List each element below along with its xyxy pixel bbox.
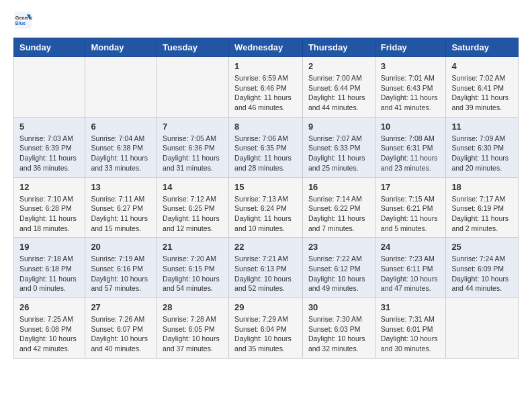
weekday-header: Wednesday (229, 38, 303, 57)
day-info: Sunrise: 7:23 AM Sunset: 6:11 PM Dayligh… (381, 254, 441, 293)
calendar-cell: 30Sunrise: 7:30 AM Sunset: 6:03 PM Dayli… (302, 298, 375, 359)
logo-icon: General Blue (13, 11, 32, 30)
calendar-cell: 3Sunrise: 7:01 AM Sunset: 6:43 PM Daylig… (375, 57, 446, 118)
day-number: 17 (381, 182, 441, 192)
calendar-cell: 21Sunrise: 7:20 AM Sunset: 6:15 PM Dayli… (157, 238, 229, 298)
day-number: 26 (19, 302, 79, 312)
day-info: Sunrise: 7:08 AM Sunset: 6:31 PM Dayligh… (381, 134, 441, 173)
day-info: Sunrise: 7:03 AM Sunset: 6:39 PM Dayligh… (19, 134, 79, 173)
day-number: 22 (234, 242, 297, 252)
day-info: Sunrise: 7:05 AM Sunset: 6:36 PM Dayligh… (163, 134, 223, 173)
calendar-cell (157, 57, 229, 118)
day-info: Sunrise: 7:15 AM Sunset: 6:21 PM Dayligh… (381, 194, 441, 234)
day-info: Sunrise: 7:11 AM Sunset: 6:27 PM Dayligh… (91, 194, 151, 234)
day-number: 23 (308, 242, 369, 252)
calendar-cell: 1Sunrise: 6:59 AM Sunset: 6:46 PM Daylig… (229, 57, 303, 118)
calendar-cell: 15Sunrise: 7:13 AM Sunset: 6:24 PM Dayli… (229, 177, 303, 238)
day-info: Sunrise: 7:07 AM Sunset: 6:33 PM Dayligh… (308, 134, 369, 173)
calendar-week-row: 1Sunrise: 6:59 AM Sunset: 6:46 PM Daylig… (14, 57, 519, 118)
day-info: Sunrise: 7:31 AM Sunset: 6:01 PM Dayligh… (381, 314, 441, 354)
calendar-cell: 23Sunrise: 7:22 AM Sunset: 6:12 PM Dayli… (302, 238, 375, 298)
calendar-cell: 8Sunrise: 7:06 AM Sunset: 6:35 PM Daylig… (229, 117, 303, 177)
day-info: Sunrise: 7:26 AM Sunset: 6:07 PM Dayligh… (91, 314, 151, 354)
day-number: 4 (451, 61, 513, 71)
day-info: Sunrise: 7:20 AM Sunset: 6:15 PM Dayligh… (163, 254, 223, 293)
calendar-cell: 2Sunrise: 7:00 AM Sunset: 6:44 PM Daylig… (302, 57, 375, 118)
day-info: Sunrise: 7:17 AM Sunset: 6:19 PM Dayligh… (451, 194, 513, 234)
weekday-header: Tuesday (157, 38, 229, 57)
calendar-cell (446, 298, 519, 359)
day-info: Sunrise: 7:21 AM Sunset: 6:13 PM Dayligh… (234, 254, 297, 293)
calendar-week-row: 19Sunrise: 7:18 AM Sunset: 6:18 PM Dayli… (14, 238, 519, 298)
day-number: 8 (234, 122, 297, 132)
day-info: Sunrise: 7:10 AM Sunset: 6:28 PM Dayligh… (19, 194, 79, 234)
day-number: 21 (163, 242, 223, 252)
day-info: Sunrise: 7:25 AM Sunset: 6:08 PM Dayligh… (19, 314, 79, 354)
calendar-cell: 27Sunrise: 7:26 AM Sunset: 6:07 PM Dayli… (85, 298, 157, 359)
day-info: Sunrise: 7:24 AM Sunset: 6:09 PM Dayligh… (451, 254, 513, 293)
day-info: Sunrise: 7:12 AM Sunset: 6:25 PM Dayligh… (163, 194, 223, 234)
calendar-cell: 7Sunrise: 7:05 AM Sunset: 6:36 PM Daylig… (157, 117, 229, 177)
day-number: 5 (19, 122, 79, 132)
weekday-header-row: SundayMondayTuesdayWednesdayThursdayFrid… (14, 38, 519, 57)
calendar-cell: 16Sunrise: 7:14 AM Sunset: 6:22 PM Dayli… (302, 177, 375, 238)
weekday-header: Thursday (302, 38, 375, 57)
day-number: 11 (451, 122, 513, 132)
day-info: Sunrise: 7:06 AM Sunset: 6:35 PM Dayligh… (234, 134, 297, 173)
day-number: 30 (308, 302, 369, 312)
day-number: 20 (91, 242, 151, 252)
day-info: Sunrise: 7:13 AM Sunset: 6:24 PM Dayligh… (234, 194, 297, 234)
day-info: Sunrise: 7:04 AM Sunset: 6:38 PM Dayligh… (91, 134, 151, 173)
calendar-cell: 31Sunrise: 7:31 AM Sunset: 6:01 PM Dayli… (375, 298, 446, 359)
day-info: Sunrise: 7:30 AM Sunset: 6:03 PM Dayligh… (308, 314, 369, 354)
day-number: 31 (381, 302, 441, 312)
calendar-cell: 13Sunrise: 7:11 AM Sunset: 6:27 PM Dayli… (85, 177, 157, 238)
calendar-cell (14, 57, 85, 118)
page-header: General Blue (13, 11, 519, 30)
day-info: Sunrise: 7:22 AM Sunset: 6:12 PM Dayligh… (308, 254, 369, 293)
day-number: 1 (234, 61, 297, 71)
calendar-cell: 6Sunrise: 7:04 AM Sunset: 6:38 PM Daylig… (85, 117, 157, 177)
calendar-cell: 24Sunrise: 7:23 AM Sunset: 6:11 PM Dayli… (375, 238, 446, 298)
calendar-cell: 9Sunrise: 7:07 AM Sunset: 6:33 PM Daylig… (302, 117, 375, 177)
calendar-cell: 18Sunrise: 7:17 AM Sunset: 6:19 PM Dayli… (446, 177, 519, 238)
calendar-cell: 26Sunrise: 7:25 AM Sunset: 6:08 PM Dayli… (14, 298, 85, 359)
day-number: 27 (91, 302, 151, 312)
day-number: 24 (381, 242, 441, 252)
day-number: 19 (19, 242, 79, 252)
day-info: Sunrise: 7:02 AM Sunset: 6:41 PM Dayligh… (451, 73, 513, 113)
logo: General Blue (13, 11, 35, 30)
day-number: 18 (451, 182, 513, 192)
day-number: 12 (19, 182, 79, 192)
calendar-cell: 19Sunrise: 7:18 AM Sunset: 6:18 PM Dayli… (14, 238, 85, 298)
day-number: 15 (234, 182, 297, 192)
day-number: 9 (308, 122, 369, 132)
day-number: 14 (163, 182, 223, 192)
day-number: 7 (163, 122, 223, 132)
day-info: Sunrise: 7:29 AM Sunset: 6:04 PM Dayligh… (234, 314, 297, 354)
day-number: 10 (381, 122, 441, 132)
calendar-cell: 14Sunrise: 7:12 AM Sunset: 6:25 PM Dayli… (157, 177, 229, 238)
calendar-cell: 17Sunrise: 7:15 AM Sunset: 6:21 PM Dayli… (375, 177, 446, 238)
calendar-cell: 29Sunrise: 7:29 AM Sunset: 6:04 PM Dayli… (229, 298, 303, 359)
calendar-week-row: 12Sunrise: 7:10 AM Sunset: 6:28 PM Dayli… (14, 177, 519, 238)
day-number: 28 (163, 302, 223, 312)
calendar-cell: 20Sunrise: 7:19 AM Sunset: 6:16 PM Dayli… (85, 238, 157, 298)
day-number: 29 (234, 302, 297, 312)
day-info: Sunrise: 7:00 AM Sunset: 6:44 PM Dayligh… (308, 73, 369, 113)
day-info: Sunrise: 7:14 AM Sunset: 6:22 PM Dayligh… (308, 194, 369, 234)
day-info: Sunrise: 7:01 AM Sunset: 6:43 PM Dayligh… (381, 73, 441, 113)
day-info: Sunrise: 7:19 AM Sunset: 6:16 PM Dayligh… (91, 254, 151, 293)
calendar-cell: 22Sunrise: 7:21 AM Sunset: 6:13 PM Dayli… (229, 238, 303, 298)
calendar-cell: 10Sunrise: 7:08 AM Sunset: 6:31 PM Dayli… (375, 117, 446, 177)
calendar-cell: 4Sunrise: 7:02 AM Sunset: 6:41 PM Daylig… (446, 57, 519, 118)
day-number: 13 (91, 182, 151, 192)
day-info: Sunrise: 7:28 AM Sunset: 6:05 PM Dayligh… (163, 314, 223, 354)
day-number: 6 (91, 122, 151, 132)
calendar-cell (85, 57, 157, 118)
svg-text:Blue: Blue (15, 21, 26, 26)
calendar-table: SundayMondayTuesdayWednesdayThursdayFrid… (13, 38, 519, 359)
day-number: 2 (308, 61, 369, 71)
weekday-header: Monday (85, 38, 157, 57)
svg-rect-0 (14, 11, 31, 28)
